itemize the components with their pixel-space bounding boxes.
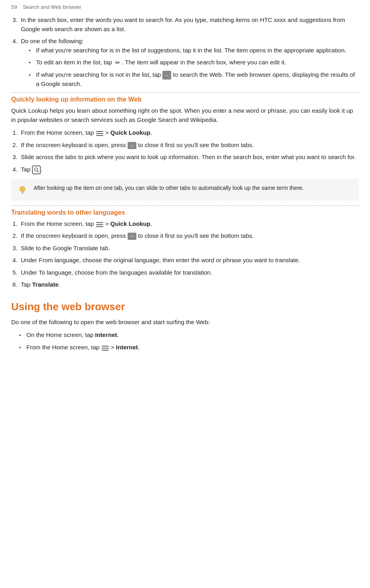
wb-bullet-1: On the Home screen, tap Internet. xyxy=(19,331,359,340)
divider-1 xyxy=(11,92,359,93)
web-browser-heading: Using the web browser xyxy=(11,301,359,313)
web-browser-intro: Do one of the following to open the web … xyxy=(11,318,359,327)
quick-lookup-label-2: Quick Lookup xyxy=(110,220,150,227)
menu-grid-icon-2 xyxy=(96,221,103,227)
section-quick-lookup-heading: Quickly looking up information on the We… xyxy=(11,96,359,103)
internet-label-1: Internet xyxy=(95,331,117,338)
quick-lookup-steps: From the Home screen, tap > Quick Lookup… xyxy=(19,128,359,174)
step-4-bullets: If what you're searching for is in the l… xyxy=(29,46,359,89)
ql-step-4: Tap . xyxy=(19,165,359,174)
web-browser-bullets: On the Home screen, tap Internet. From t… xyxy=(19,331,359,352)
step-4: Do one of the following: If what you're … xyxy=(19,37,359,88)
edit-icon: ✏ xyxy=(114,59,122,67)
search-svg xyxy=(34,167,39,173)
svg-rect-3 xyxy=(21,192,24,193)
back-icon-2: ← xyxy=(128,233,136,240)
tip-box: After looking up the item on one tab, yo… xyxy=(11,179,359,201)
main-content: In the search box, enter the words you w… xyxy=(0,12,370,363)
step-3-text: In the search box, enter the words you w… xyxy=(21,16,345,32)
svg-point-2 xyxy=(20,186,25,192)
section-web-browser: Using the web browser Do one of the foll… xyxy=(11,301,359,352)
divider-2 xyxy=(11,205,359,206)
bullet-2: To edit an item in the list, tap ✏. The … xyxy=(29,58,359,67)
page-header: 59 Search and Web browser xyxy=(0,0,370,12)
wb-bullet-2: From the Home screen, tap > Internet. xyxy=(19,343,359,352)
bullet-3: If what you're searching for is not in t… xyxy=(29,70,359,89)
menu-grid-icon-3 xyxy=(102,345,109,350)
svg-rect-5 xyxy=(22,193,23,194)
tip-text: After looking up the item on one tab, yo… xyxy=(34,184,304,192)
search-web-icon: → xyxy=(162,71,171,80)
tr-step-5: Under To language, choose from the langu… xyxy=(19,268,359,277)
bullet-1: If what you're searching for is in the l… xyxy=(29,46,359,55)
svg-rect-4 xyxy=(22,193,24,193)
ql-step-1: From the Home screen, tap > Quick Lookup… xyxy=(19,128,359,138)
section-quick-lookup: Quickly looking up information on the We… xyxy=(11,96,359,201)
tr-step-4: Under From language, choose the original… xyxy=(19,256,359,265)
ql-step-3: Slide across the tabs to pick where you … xyxy=(19,153,359,162)
search-icon-small xyxy=(32,165,41,174)
tr-step-1: From the Home screen, tap > Quick Lookup… xyxy=(19,219,359,229)
tr-step-3: Slide to the Google Translate tab. xyxy=(19,244,359,253)
step-4-intro: Do one of the following: xyxy=(21,38,84,44)
page-number: 59 xyxy=(11,4,17,10)
tip-lightbulb-icon xyxy=(17,185,28,196)
internet-label-2: Internet xyxy=(116,344,138,351)
menu-grid-icon-1 xyxy=(96,130,103,136)
translate-label: Translate xyxy=(32,281,58,288)
translate-steps: From the Home screen, tap > Quick Lookup… xyxy=(19,219,359,289)
quick-lookup-label: Quick Lookup xyxy=(110,129,150,136)
lightbulb-svg xyxy=(17,185,28,196)
step-3: In the search box, enter the words you w… xyxy=(19,16,359,34)
section-translate-heading: Translating words to other languages xyxy=(11,209,359,216)
back-icon: ← xyxy=(128,142,136,149)
ql-step-2: If the onscreen keyboard is open, press … xyxy=(19,141,359,150)
tr-step-2: If the onscreen keyboard is open, press … xyxy=(19,231,359,241)
svg-point-0 xyxy=(34,168,38,171)
section-quick-lookup-intro: Quick Lookup helps you learn about somet… xyxy=(11,106,359,124)
tr-step-6: Tap Translate. xyxy=(19,280,359,289)
chapter-title: Search and Web browser xyxy=(23,4,81,10)
svg-line-1 xyxy=(37,171,39,172)
section-translate: Translating words to other languages Fro… xyxy=(11,209,359,289)
